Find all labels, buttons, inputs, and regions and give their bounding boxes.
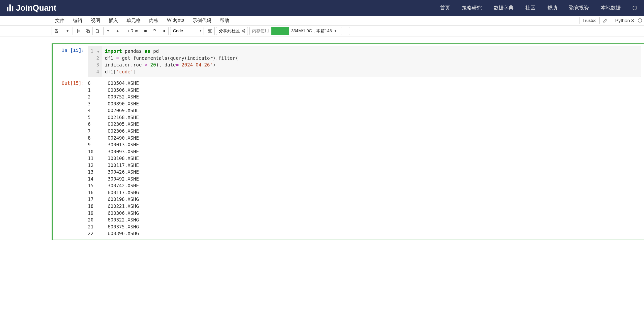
save-button[interactable] [52,27,61,35]
kernel-status-icon [638,18,642,22]
svg-point-1 [77,32,78,32]
nav-help[interactable]: 帮助 [547,4,557,11]
move-up-button[interactable] [104,27,113,35]
paste-button[interactable] [92,27,102,35]
jupyter-menubar: 文件 编辑 视图 插入 单元格 内核 Widgets 示例代码 帮助 Trust… [0,16,644,26]
jupyter-toolbar: Run Code 分享到社区 内存使用 334M/1.0G，本篇146 ▼ [0,26,644,36]
svg-point-12 [244,32,245,32]
topnav-links: 首页 策略研究 数据字典 社区 帮助 聚宽投资 本地数据 [440,4,637,11]
menu-help[interactable]: 帮助 [220,17,229,24]
cut-button[interactable] [74,27,83,35]
code-content[interactable]: import pandas as pd df1 = get_fundamenta… [102,46,242,77]
menu-file[interactable]: 文件 [55,17,64,24]
memory-label: 内存使用 [250,28,272,34]
top-navigation: JoinQuant 首页 策略研究 数据字典 社区 帮助 聚宽投资 本地数据 [0,0,644,16]
user-avatar-icon[interactable] [632,6,637,10]
menu-view[interactable]: 视图 [91,17,100,24]
svg-point-10 [244,29,245,30]
trusted-button[interactable]: Trusted [580,17,600,24]
code-editor[interactable]: 1 ▼ 2 3 4 import pandas as pd df1 = get_… [88,46,641,77]
svg-rect-3 [96,29,98,30]
separator [611,18,611,24]
menu-edit[interactable]: 编辑 [73,17,82,24]
run-button[interactable]: Run [124,27,141,35]
copy-button[interactable] [83,27,92,35]
output-area: 0 000504.XSHE 1 000506.XSHE 2 000752.XSH… [88,79,139,237]
command-palette-button[interactable] [205,27,214,35]
menu-widgets[interactable]: Widgets [167,17,184,24]
celltype-select[interactable]: Code [170,27,204,35]
memory-usage[interactable]: 内存使用 334M/1.0G，本篇146 ▼ [249,27,339,35]
notebook-container: In [15]: 1 ▼ 2 3 4 import pandas as pd d… [0,36,644,240]
svg-rect-6 [208,30,209,30]
menu-cell[interactable]: 单元格 [126,17,141,24]
add-cell-button[interactable] [63,27,72,35]
restart-run-all-button[interactable] [159,27,168,35]
share-button[interactable]: 分享到社区 [216,27,248,35]
nav-community[interactable]: 社区 [526,4,535,11]
move-down-button[interactable] [113,27,122,35]
line-gutter: 1 ▼ 2 3 4 [88,46,102,77]
svg-point-11 [242,30,243,32]
nav-home[interactable]: 首页 [440,4,450,11]
svg-rect-2 [87,30,90,33]
stop-button[interactable] [141,27,150,35]
memory-bar [272,27,289,35]
toc-button[interactable] [341,27,350,35]
menu-kernel[interactable]: 内核 [149,17,158,24]
restart-button[interactable] [150,27,159,35]
svg-rect-8 [210,30,210,30]
svg-rect-4 [144,30,146,32]
nav-strategy[interactable]: 策略研究 [462,4,482,11]
edit-icon[interactable] [602,17,608,24]
svg-rect-9 [209,31,211,32]
nav-data-dict[interactable]: 数据字典 [494,4,514,11]
output-prompt: Out[15]: [53,79,88,237]
memory-text: 334M/1.0G，本篇146 [289,28,334,34]
input-prompt: In [15]: [53,46,88,77]
kernel-name[interactable]: Python 3 [614,18,635,23]
logo-bars-icon [7,4,14,12]
menu-insert[interactable]: 插入 [109,17,118,24]
code-cell[interactable]: In [15]: 1 ▼ 2 3 4 import pandas as pd d… [52,44,644,240]
brand-logo[interactable]: JoinQuant [7,3,56,13]
svg-rect-7 [209,30,210,30]
menu-examples[interactable]: 示例代码 [192,17,211,24]
brand-name: JoinQuant [16,3,56,13]
chevron-down-icon: ▼ [334,29,339,33]
nav-invest[interactable]: 聚宽投资 [569,4,589,11]
nav-local-data[interactable]: 本地数据 [601,4,621,11]
svg-point-0 [77,30,78,30]
